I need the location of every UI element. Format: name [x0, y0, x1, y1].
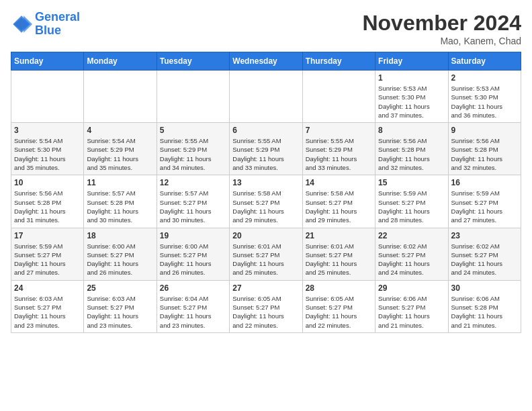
week-row-2: 3Sunrise: 5:54 AM Sunset: 5:30 PM Daylig… [11, 123, 521, 175]
day-cell: 7Sunrise: 5:55 AM Sunset: 5:29 PM Daylig… [302, 123, 375, 175]
day-cell: 21Sunrise: 6:01 AM Sunset: 5:27 PM Dayli… [302, 228, 375, 280]
weekday-monday: Monday [84, 52, 157, 71]
day-number: 3 [14, 126, 81, 135]
day-info: Sunrise: 5:55 AM Sunset: 5:29 PM Dayligh… [160, 136, 226, 172]
day-number: 29 [378, 283, 445, 293]
day-cell: 11Sunrise: 5:57 AM Sunset: 5:28 PM Dayli… [84, 175, 157, 228]
day-cell: 14Sunrise: 5:58 AM Sunset: 5:27 PM Dayli… [302, 175, 375, 228]
day-cell: 8Sunrise: 5:56 AM Sunset: 5:28 PM Daylig… [375, 123, 448, 175]
day-number: 23 [451, 231, 518, 240]
day-cell: 3Sunrise: 5:54 AM Sunset: 5:30 PM Daylig… [11, 123, 84, 175]
day-cell [302, 71, 375, 123]
weekday-thursday: Thursday [302, 52, 375, 71]
day-cell [11, 71, 84, 123]
day-info: Sunrise: 5:56 AM Sunset: 5:28 PM Dayligh… [378, 136, 445, 172]
day-number: 21 [306, 231, 372, 240]
day-info: Sunrise: 5:53 AM Sunset: 5:30 PM Dayligh… [451, 84, 518, 120]
day-cell: 13Sunrise: 5:58 AM Sunset: 5:27 PM Dayli… [230, 175, 302, 228]
day-info: Sunrise: 5:57 AM Sunset: 5:28 PM Dayligh… [87, 189, 153, 224]
day-number: 6 [232, 126, 299, 135]
weekday-header-row: SundayMondayTuesdayWednesdayThursdayFrid… [11, 52, 521, 71]
day-cell: 27Sunrise: 6:05 AM Sunset: 5:27 PM Dayli… [230, 280, 302, 332]
day-cell: 15Sunrise: 5:59 AM Sunset: 5:27 PM Dayli… [375, 175, 448, 228]
day-cell: 1Sunrise: 5:53 AM Sunset: 5:30 PM Daylig… [375, 71, 448, 123]
day-info: Sunrise: 6:00 AM Sunset: 5:27 PM Dayligh… [160, 242, 226, 277]
day-info: Sunrise: 6:02 AM Sunset: 5:27 PM Dayligh… [451, 242, 518, 277]
day-cell: 28Sunrise: 6:05 AM Sunset: 5:27 PM Dayli… [302, 280, 375, 332]
svg-marker-2 [24, 15, 32, 33]
day-info: Sunrise: 5:58 AM Sunset: 5:27 PM Dayligh… [232, 189, 299, 224]
day-cell: 25Sunrise: 6:03 AM Sunset: 5:27 PM Dayli… [84, 280, 157, 332]
day-info: Sunrise: 5:54 AM Sunset: 5:29 PM Dayligh… [87, 136, 153, 172]
day-info: Sunrise: 6:04 AM Sunset: 5:27 PM Dayligh… [160, 294, 226, 330]
day-cell: 20Sunrise: 6:01 AM Sunset: 5:27 PM Dayli… [230, 228, 302, 280]
day-cell: 6Sunrise: 5:55 AM Sunset: 5:29 PM Daylig… [230, 123, 302, 175]
day-cell: 12Sunrise: 5:57 AM Sunset: 5:27 PM Dayli… [157, 175, 229, 228]
weekday-tuesday: Tuesday [157, 52, 229, 71]
day-cell: 17Sunrise: 5:59 AM Sunset: 5:27 PM Dayli… [11, 228, 84, 280]
weekday-saturday: Saturday [448, 52, 521, 71]
day-number: 5 [160, 126, 226, 135]
day-number: 11 [87, 178, 153, 187]
day-cell [84, 71, 157, 123]
day-number: 24 [14, 283, 81, 293]
day-cell: 16Sunrise: 5:59 AM Sunset: 5:27 PM Dayli… [448, 175, 521, 228]
day-cell: 29Sunrise: 6:06 AM Sunset: 5:27 PM Dayli… [375, 280, 448, 332]
day-info: Sunrise: 6:00 AM Sunset: 5:27 PM Dayligh… [87, 242, 153, 277]
day-number: 13 [232, 178, 299, 187]
day-info: Sunrise: 5:57 AM Sunset: 5:27 PM Dayligh… [160, 189, 226, 224]
month-title: November 2024 [362, 11, 521, 36]
logo-line1: General [35, 10, 80, 24]
day-number: 14 [306, 178, 372, 187]
day-number: 1 [378, 73, 445, 83]
day-cell: 18Sunrise: 6:00 AM Sunset: 5:27 PM Dayli… [84, 228, 157, 280]
weekday-sunday: Sunday [11, 52, 84, 71]
week-row-3: 10Sunrise: 5:56 AM Sunset: 5:28 PM Dayli… [11, 175, 521, 228]
day-info: Sunrise: 6:06 AM Sunset: 5:27 PM Dayligh… [378, 294, 445, 330]
day-cell: 24Sunrise: 6:03 AM Sunset: 5:27 PM Dayli… [11, 280, 84, 332]
page-header: General Blue November 2024 Mao, Kanem, C… [11, 11, 521, 46]
day-number: 22 [378, 231, 445, 240]
day-info: Sunrise: 6:03 AM Sunset: 5:27 PM Dayligh… [87, 294, 153, 330]
day-number: 17 [14, 231, 81, 240]
day-number: 19 [160, 231, 226, 240]
day-info: Sunrise: 5:59 AM Sunset: 5:27 PM Dayligh… [451, 189, 518, 224]
day-number: 25 [87, 283, 153, 293]
day-number: 12 [160, 178, 226, 187]
logo-line2: Blue [35, 24, 61, 37]
day-number: 15 [378, 178, 445, 187]
calendar-table: SundayMondayTuesdayWednesdayThursdayFrid… [11, 52, 521, 333]
week-row-1: 1Sunrise: 5:53 AM Sunset: 5:30 PM Daylig… [11, 71, 521, 123]
day-number: 30 [451, 283, 518, 293]
logo: General Blue [11, 11, 80, 38]
day-info: Sunrise: 5:58 AM Sunset: 5:27 PM Dayligh… [306, 189, 372, 224]
weekday-friday: Friday [375, 52, 448, 71]
title-block: November 2024 Mao, Kanem, Chad [362, 11, 521, 46]
day-cell [230, 71, 302, 123]
day-number: 4 [87, 126, 153, 135]
logo-icon [11, 13, 32, 35]
day-number: 10 [14, 178, 81, 187]
day-number: 26 [160, 283, 226, 293]
day-cell: 30Sunrise: 6:06 AM Sunset: 5:28 PM Dayli… [448, 280, 521, 332]
day-info: Sunrise: 5:56 AM Sunset: 5:28 PM Dayligh… [14, 189, 81, 224]
day-cell: 22Sunrise: 6:02 AM Sunset: 5:27 PM Dayli… [375, 228, 448, 280]
day-info: Sunrise: 5:55 AM Sunset: 5:29 PM Dayligh… [306, 136, 372, 172]
weekday-wednesday: Wednesday [230, 52, 302, 71]
day-cell: 10Sunrise: 5:56 AM Sunset: 5:28 PM Dayli… [11, 175, 84, 228]
day-info: Sunrise: 6:01 AM Sunset: 5:27 PM Dayligh… [232, 242, 299, 277]
day-number: 7 [306, 126, 372, 135]
day-cell: 5Sunrise: 5:55 AM Sunset: 5:29 PM Daylig… [157, 123, 229, 175]
week-row-4: 17Sunrise: 5:59 AM Sunset: 5:27 PM Dayli… [11, 228, 521, 280]
day-cell: 2Sunrise: 5:53 AM Sunset: 5:30 PM Daylig… [448, 71, 521, 123]
day-info: Sunrise: 6:01 AM Sunset: 5:27 PM Dayligh… [306, 242, 372, 277]
week-row-5: 24Sunrise: 6:03 AM Sunset: 5:27 PM Dayli… [11, 280, 521, 332]
day-number: 27 [232, 283, 299, 293]
day-info: Sunrise: 5:59 AM Sunset: 5:27 PM Dayligh… [378, 189, 445, 224]
day-info: Sunrise: 6:05 AM Sunset: 5:27 PM Dayligh… [306, 294, 372, 330]
location-subtitle: Mao, Kanem, Chad [362, 36, 521, 46]
day-cell: 19Sunrise: 6:00 AM Sunset: 5:27 PM Dayli… [157, 228, 229, 280]
day-number: 2 [451, 73, 518, 83]
day-info: Sunrise: 5:59 AM Sunset: 5:27 PM Dayligh… [14, 242, 81, 277]
day-number: 20 [232, 231, 299, 240]
